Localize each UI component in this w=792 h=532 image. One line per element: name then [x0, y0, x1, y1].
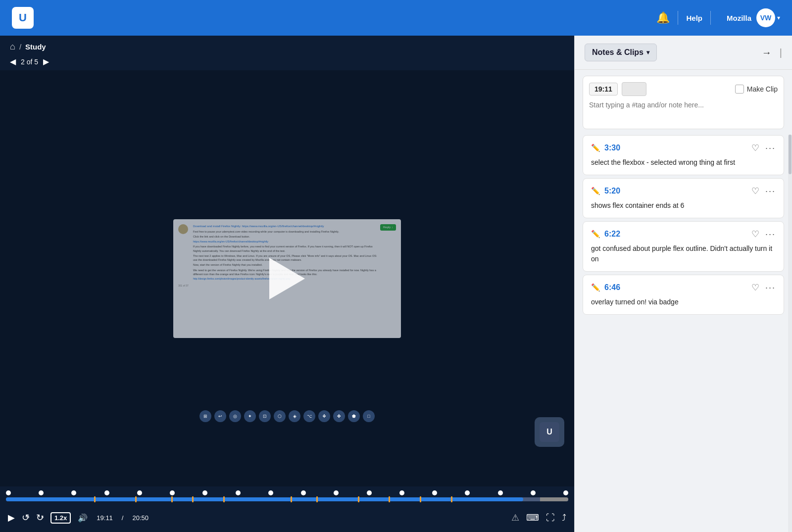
- toolbar-icon-2[interactable]: ↩: [214, 410, 226, 422]
- chapter-dot[interactable]: [137, 490, 142, 495]
- notes-input-area: 19:11 Make Clip: [583, 76, 784, 129]
- note-timestamp-2[interactable]: 5:20: [604, 187, 620, 195]
- progress-fill: [6, 497, 523, 501]
- note-more-button-4[interactable]: ···: [765, 283, 776, 293]
- nav-divider: [678, 11, 678, 25]
- note-input[interactable]: [589, 101, 778, 121]
- note-timestamp-1[interactable]: 3:30: [604, 144, 620, 152]
- skip-forward-button[interactable]: ↻5: [36, 512, 44, 523]
- toolbar-icon-3[interactable]: ◎: [229, 410, 241, 422]
- play-pause-button[interactable]: ▶: [8, 512, 15, 523]
- note-card-header: ✏️ 5:20 ♡ ···: [591, 186, 776, 196]
- chapter-dot[interactable]: [236, 490, 241, 495]
- study-breadcrumb-link[interactable]: Study: [25, 43, 46, 51]
- app-logo[interactable]: U: [12, 7, 34, 29]
- toolbar-icon-12[interactable]: □: [363, 410, 375, 422]
- toolbar-icon-9[interactable]: ❖: [318, 410, 330, 422]
- keyboard-shortcut-button[interactable]: ⌨: [526, 512, 539, 523]
- video-background: Download and install Firefox Nightly: ht…: [0, 70, 574, 486]
- notes-clips-chevron-icon: ▾: [646, 49, 649, 56]
- toolbar-icon-7[interactable]: ◈: [289, 410, 300, 422]
- sidebar-header: Notes & Clips ▾ → |: [575, 36, 792, 70]
- note-like-button-4[interactable]: ♡: [751, 282, 759, 293]
- toolbar-icon-6[interactable]: ⬡: [274, 410, 286, 422]
- chapter-dot[interactable]: [367, 490, 372, 495]
- note-edit-icon[interactable]: ✏️: [591, 230, 600, 239]
- share-button[interactable]: ⤴: [562, 513, 566, 523]
- volume-button[interactable]: 🔊: [78, 513, 88, 523]
- ub-badge[interactable]: U: [535, 417, 564, 447]
- time-separator: /: [122, 514, 124, 522]
- chapter-dot[interactable]: [268, 490, 273, 495]
- fullscreen-button[interactable]: ⛶: [546, 513, 555, 523]
- notes-clips-button[interactable]: Notes & Clips ▾: [585, 44, 657, 61]
- note-like-button-1[interactable]: ♡: [751, 143, 759, 153]
- note-more-button-2[interactable]: ···: [765, 186, 776, 196]
- next-video-button[interactable]: ▶: [43, 57, 49, 66]
- note-more-button-1[interactable]: ···: [765, 143, 776, 153]
- chapter-dot[interactable]: [104, 490, 109, 495]
- chapter-dot[interactable]: [71, 490, 76, 495]
- total-time: 20:50: [132, 514, 148, 522]
- note-like-button-3[interactable]: ♡: [751, 229, 759, 240]
- sidebar-scrollbar[interactable]: [788, 135, 792, 532]
- chapter-dot[interactable]: [334, 490, 339, 495]
- note-marker-5: [223, 496, 225, 502]
- video-area: ⌂ / Study ◀ 2 of 5 ▶ Download and instal…: [0, 36, 574, 532]
- toolbar-icon-4[interactable]: ✦: [244, 410, 256, 422]
- timestamp-color-box: [622, 82, 646, 96]
- note-marker-11: [451, 496, 452, 502]
- make-clip-checkbox-group: Make Clip: [735, 85, 778, 94]
- warning-button[interactable]: ⚠: [511, 512, 519, 523]
- chapter-dot[interactable]: [563, 490, 568, 495]
- avatar[interactable]: VW: [756, 8, 775, 27]
- toolbar-icon-5[interactable]: ⊡: [259, 410, 271, 422]
- note-actions: ♡ ···: [751, 282, 776, 293]
- play-button-overlay[interactable]: [269, 258, 305, 299]
- chapter-dot[interactable]: [465, 490, 470, 495]
- chapter-dot[interactable]: [498, 490, 503, 495]
- note-marker-10: [420, 496, 421, 502]
- sidebar-expand-icon[interactable]: →: [762, 47, 772, 58]
- note-actions: ♡ ···: [751, 229, 776, 240]
- speed-selector[interactable]: 1.2x: [50, 512, 71, 524]
- chapter-dot[interactable]: [399, 490, 404, 495]
- note-text-3: got confused about purple flex outline. …: [591, 243, 776, 264]
- notification-bell-icon[interactable]: 🔔: [656, 11, 670, 24]
- toolbar-icon-11[interactable]: ⬟: [348, 410, 360, 422]
- note-card: ✏️ 6:22 ♡ ··· got confused about purple …: [583, 221, 784, 272]
- progress-gray-end: [540, 497, 568, 501]
- note-timestamp-4[interactable]: 6:46: [604, 283, 620, 292]
- prev-video-button[interactable]: ◀: [10, 57, 16, 66]
- note-more-button-3[interactable]: ···: [765, 229, 776, 240]
- chapter-dot[interactable]: [39, 490, 44, 495]
- chapter-dot[interactable]: [432, 490, 437, 495]
- rewind-button[interactable]: ↺5: [22, 512, 29, 523]
- notes-list: ✏️ 3:30 ♡ ··· select the flexbox - selec…: [575, 132, 792, 532]
- note-text-2: shows flex container ends at 6: [591, 200, 776, 211]
- mozilla-label[interactable]: Mozilla: [727, 14, 751, 22]
- chapter-dot[interactable]: [301, 490, 306, 495]
- timestamp-display: 19:11: [589, 83, 618, 96]
- note-like-button-2[interactable]: ♡: [751, 186, 759, 196]
- note-marker-2: [135, 496, 137, 502]
- avatar-chevron-icon[interactable]: ▾: [777, 14, 780, 21]
- make-clip-checkbox[interactable]: [735, 85, 744, 94]
- progress-bar[interactable]: [6, 497, 568, 501]
- toolbar-icon-8[interactable]: ⌥: [303, 410, 315, 422]
- note-marker-9: [389, 496, 390, 502]
- note-edit-icon[interactable]: ✏️: [591, 187, 600, 195]
- chapter-dot[interactable]: [170, 490, 175, 495]
- chapter-dot[interactable]: [6, 490, 11, 495]
- note-timestamp-3[interactable]: 6:22: [604, 230, 620, 239]
- chapter-dot[interactable]: [531, 490, 536, 495]
- home-icon[interactable]: ⌂: [10, 42, 15, 52]
- note-card: ✏️ 5:20 ♡ ··· shows flex container ends …: [583, 178, 784, 218]
- top-navigation: U 🔔 Help Mozilla VW ▾: [0, 0, 792, 36]
- chapter-dot[interactable]: [202, 490, 207, 495]
- note-edit-icon[interactable]: ✏️: [591, 144, 600, 152]
- note-edit-icon[interactable]: ✏️: [591, 283, 600, 292]
- toolbar-icon-1[interactable]: ⊞: [199, 410, 211, 422]
- toolbar-icon-10[interactable]: ✤: [333, 410, 345, 422]
- help-link[interactable]: Help: [686, 14, 702, 22]
